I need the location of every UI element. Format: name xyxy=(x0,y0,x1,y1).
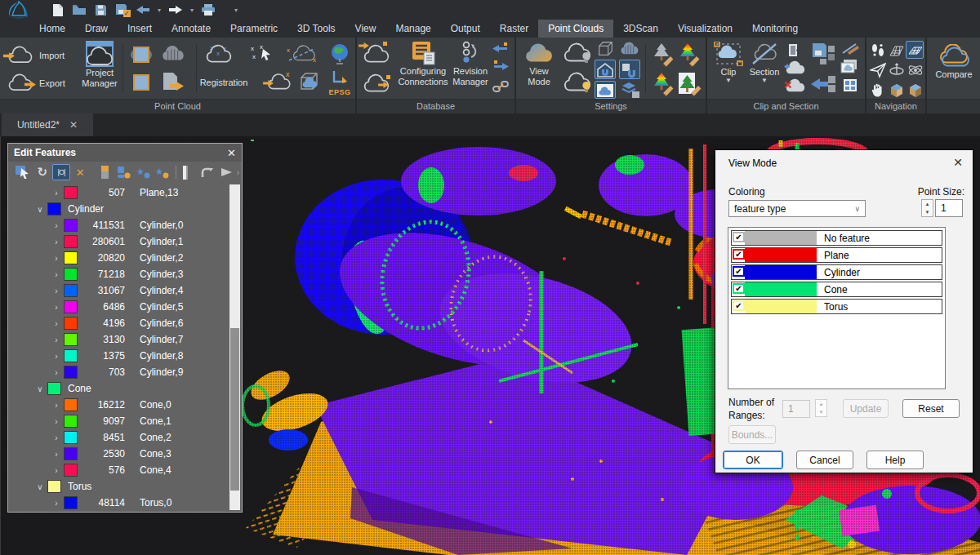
feature-row-cylinder-6[interactable]: ›4196Cylinder,6 xyxy=(8,315,242,331)
cylinder-tool-icon[interactable] xyxy=(95,163,114,181)
view-mode-dialog-close-icon[interactable]: ✕ xyxy=(953,156,963,169)
spinner-up-icon[interactable]: ▲ xyxy=(816,400,826,408)
expand-chevron-icon[interactable]: › xyxy=(51,238,62,246)
feature-type-color-swatch[interactable] xyxy=(745,300,817,313)
snap-magnet-icon[interactable] xyxy=(619,60,640,79)
expand-chevron-icon[interactable]: › xyxy=(51,368,62,377)
feature-type-color-swatch[interactable] xyxy=(745,282,817,296)
redo-icon[interactable] xyxy=(167,2,185,18)
point-size-field[interactable]: 1 xyxy=(935,199,963,217)
feature-row-cylinder-1[interactable]: ›280601Cylinder,1 xyxy=(8,233,242,250)
edit-features-titlebar[interactable]: Edit Features ✕ xyxy=(8,144,242,162)
star-add-blue-icon[interactable]: ★ xyxy=(134,163,154,181)
expand-chevron-icon[interactable]: › xyxy=(51,286,62,295)
new-file-icon[interactable] xyxy=(49,2,67,18)
undo-dropdown-caret[interactable]: ▾ xyxy=(155,7,163,14)
home-magnet-icon[interactable] xyxy=(595,60,616,79)
orbit-icon[interactable] xyxy=(889,62,905,82)
import-button[interactable]: Import xyxy=(7,46,65,65)
cloud-arrow-in-icon[interactable] xyxy=(784,60,807,79)
spinner-down-icon[interactable]: ▼ xyxy=(922,208,933,216)
cloud-download-icon[interactable] xyxy=(362,73,391,95)
cloud-upload-icon[interactable] xyxy=(362,44,391,65)
expand-chevron-icon[interactable]: › xyxy=(51,270,62,279)
feature-type-row-torus[interactable]: ✔Torus xyxy=(731,299,942,314)
feature-checkbox[interactable]: ✔ xyxy=(733,249,745,260)
tree-gray-brush-icon[interactable] xyxy=(652,42,676,70)
ribbon-tab-point-clouds[interactable]: Point Clouds xyxy=(538,20,613,38)
view-mode-button[interactable]: View Mode xyxy=(519,42,559,87)
select-features-icon[interactable] xyxy=(13,163,33,181)
ranges-spinner[interactable]: ▲▼ xyxy=(815,399,827,417)
ribbon-tab-insert[interactable]: Insert xyxy=(118,20,162,38)
section-button[interactable]: Section ▼ xyxy=(746,42,782,83)
ribbon-tab-manage[interactable]: Manage xyxy=(385,20,440,38)
feature-row-cone[interactable]: ∨Cone xyxy=(8,380,242,397)
collapse-chevron-icon[interactable]: ∨ xyxy=(34,384,46,393)
feature-type-color-swatch[interactable] xyxy=(745,248,817,262)
feature-row-cylinder-7[interactable]: ›3130Cylinder,7 xyxy=(8,331,242,348)
expand-chevron-icon[interactable]: › xyxy=(51,450,62,459)
feature-type-row-no-feature[interactable]: ✔No feature xyxy=(731,230,942,246)
ribbon-tab-visualization[interactable]: Visualization xyxy=(668,20,742,38)
feature-row-plane-13[interactable]: ›507Plane,13 xyxy=(8,184,242,201)
revision-manager-button[interactable]: Revision Manager xyxy=(450,41,491,87)
feature-row-cylinder-5[interactable]: ›6486Cylinder,5 xyxy=(8,299,242,315)
folder-icon[interactable] xyxy=(129,72,154,96)
epsg-button[interactable]: EPSG xyxy=(325,70,354,96)
coloring-dropdown[interactable]: feature type ∨ xyxy=(728,200,866,217)
expand-chevron-icon[interactable]: › xyxy=(51,254,62,263)
configuring-connections-button[interactable]: Configuring Connections xyxy=(398,41,448,87)
registration-cloud-x-icon[interactable]: xxx xyxy=(204,44,234,69)
exit-door-icon[interactable] xyxy=(787,43,804,60)
redo-dropdown-caret[interactable]: ▾ xyxy=(188,7,196,14)
feature-row-cone-2[interactable]: ›8451Cone,2 xyxy=(8,429,242,446)
collapse-chevron-icon[interactable]: ∨ xyxy=(34,482,46,491)
spinner-up-icon[interactable]: ▲ xyxy=(922,200,933,208)
feature-row-torus[interactable]: ∨Torus xyxy=(8,478,242,495)
flat-grid-selected-icon[interactable] xyxy=(906,41,924,59)
wire-cube-icon[interactable] xyxy=(596,40,614,61)
expand-chevron-icon[interactable]: › xyxy=(51,499,62,508)
point-size-spinner[interactable]: ▲▼ xyxy=(921,199,933,217)
tree-green-card-brush-icon[interactable] xyxy=(678,72,702,100)
hatched-cloud-icon[interactable] xyxy=(160,44,186,67)
expand-chevron-icon[interactable]: › xyxy=(51,401,62,410)
save-clip-grid-icon[interactable] xyxy=(812,42,840,69)
document-tab-untitled2[interactable]: Untitled2* ✕ xyxy=(2,113,93,136)
clip-button[interactable]: Clip ▼ xyxy=(710,42,746,83)
overflow-chevron-icon[interactable]: › xyxy=(237,168,239,177)
expand-chevron-icon[interactable]: › xyxy=(51,221,62,230)
layers-icon[interactable] xyxy=(621,81,640,102)
feature-row-cylinder-2[interactable]: ›20820Cylinder,2 xyxy=(8,250,242,266)
save-as-icon[interactable]: ✓ xyxy=(113,2,131,18)
ribbon-tab-annotate[interactable]: Annotate xyxy=(162,20,220,38)
cancel-button[interactable]: Cancel xyxy=(796,451,853,469)
ribbon-tab-3d-tools[interactable]: 3D Tools xyxy=(287,20,345,38)
feature-row-cylinder-3[interactable]: ›71218Cylinder,3 xyxy=(8,266,242,282)
geo-globe-icon[interactable] xyxy=(328,42,351,69)
expand-chevron-icon[interactable]: › xyxy=(51,466,62,475)
feature-tree-scrollbar[interactable] xyxy=(229,184,240,510)
star-add-orange-icon[interactable]: ★ xyxy=(153,163,172,181)
feature-type-row-cone[interactable]: ✔Cone xyxy=(731,282,942,297)
ribbon-tab-3dscan[interactable]: 3DScan xyxy=(613,20,668,38)
arrow-right-sync-icon[interactable] xyxy=(492,60,509,75)
feature-checkbox[interactable]: ✔ xyxy=(733,283,745,294)
tree-rainbow-brush-icon[interactable] xyxy=(678,42,702,70)
rollback-corner-arrow-icon[interactable] xyxy=(198,163,217,181)
clip-dropdown-caret[interactable]: ▼ xyxy=(725,78,732,83)
register-cloud-icon[interactable]: x xyxy=(266,73,292,91)
delete-feature-icon[interactable]: ✕ xyxy=(70,163,90,181)
unlink-icon[interactable] xyxy=(492,78,509,98)
ribbon-tab-home[interactable]: Home xyxy=(29,20,75,38)
3d-viewport[interactable]: Edit Features ✕ ↻ |O| ✕ ★ ★ › ›507Plane,… xyxy=(0,136,980,555)
number-of-ranges-field[interactable]: 1 xyxy=(782,400,810,418)
ribbon-tab-draw[interactable]: Draw xyxy=(75,20,118,38)
cloud-bulb-yellow-icon[interactable] xyxy=(562,72,593,95)
spinner-down-icon[interactable]: ▼ xyxy=(816,408,826,416)
cloud-delete-x-icon[interactable] xyxy=(784,78,807,97)
pan-hand-icon[interactable] xyxy=(870,82,886,101)
blue-arrow-grid-icon[interactable] xyxy=(810,75,838,96)
ribbon-tab-output[interactable]: Output xyxy=(441,20,490,38)
